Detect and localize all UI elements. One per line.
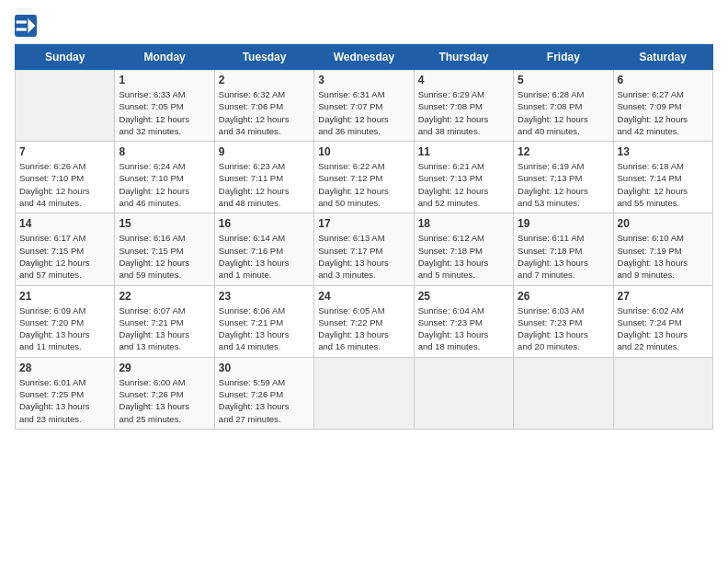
- day-detail: Sunrise: 6:23 AMSunset: 7:11 PMDaylight:…: [219, 160, 310, 209]
- day-detail: Sunrise: 5:59 AMSunset: 7:26 PMDaylight:…: [219, 376, 310, 425]
- day-cell: 12Sunrise: 6:19 AMSunset: 7:13 PMDayligh…: [514, 142, 613, 213]
- day-number: 14: [19, 217, 110, 230]
- day-cell: 9Sunrise: 6:23 AMSunset: 7:11 PMDaylight…: [214, 142, 313, 213]
- day-cell: [16, 70, 115, 142]
- day-number: 30: [219, 362, 310, 374]
- week-row-4: 21Sunrise: 6:09 AMSunset: 7:20 PMDayligh…: [16, 285, 713, 357]
- day-cell: 22Sunrise: 6:07 AMSunset: 7:21 PMDayligh…: [115, 285, 214, 357]
- day-number: 2: [219, 74, 310, 86]
- day-cell: 24Sunrise: 6:05 AMSunset: 7:22 PMDayligh…: [314, 285, 414, 357]
- day-number: 27: [618, 290, 709, 303]
- day-detail: Sunrise: 6:05 AMSunset: 7:22 PMDaylight:…: [318, 304, 409, 353]
- week-row-2: 7Sunrise: 6:26 AMSunset: 7:10 PMDaylight…: [16, 142, 713, 213]
- day-detail: Sunrise: 6:27 AMSunset: 7:09 PMDaylight:…: [618, 88, 709, 137]
- day-cell: [414, 357, 513, 429]
- day-number: 18: [418, 217, 509, 230]
- day-detail: Sunrise: 6:04 AMSunset: 7:23 PMDaylight:…: [418, 304, 509, 353]
- day-detail: Sunrise: 6:24 AMSunset: 7:10 PMDaylight:…: [119, 160, 210, 209]
- day-cell: 2Sunrise: 6:32 AMSunset: 7:06 PMDaylight…: [214, 70, 313, 142]
- day-number: 23: [219, 290, 310, 303]
- day-number: 3: [318, 74, 409, 86]
- header-thursday: Thursday: [414, 45, 513, 70]
- day-cell: 5Sunrise: 6:28 AMSunset: 7:08 PMDaylight…: [514, 70, 613, 142]
- day-number: 24: [318, 290, 409, 303]
- day-number: 25: [418, 290, 509, 303]
- day-cell: 3Sunrise: 6:31 AMSunset: 7:07 PMDaylight…: [314, 70, 414, 142]
- header-sunday: Sunday: [16, 45, 115, 70]
- day-detail: Sunrise: 6:13 AMSunset: 7:17 PMDaylight:…: [318, 232, 409, 281]
- day-number: 17: [318, 217, 409, 230]
- header-friday: Friday: [514, 45, 613, 70]
- day-number: 15: [119, 217, 210, 230]
- day-cell: 19Sunrise: 6:11 AMSunset: 7:18 PMDayligh…: [514, 213, 613, 285]
- day-cell: 14Sunrise: 6:17 AMSunset: 7:15 PMDayligh…: [16, 213, 115, 285]
- day-detail: Sunrise: 6:26 AMSunset: 7:10 PMDaylight:…: [19, 160, 110, 209]
- week-row-3: 14Sunrise: 6:17 AMSunset: 7:15 PMDayligh…: [16, 213, 713, 285]
- day-cell: 30Sunrise: 5:59 AMSunset: 7:26 PMDayligh…: [214, 357, 313, 429]
- header: [15, 15, 713, 37]
- day-number: 16: [219, 217, 310, 230]
- day-number: 21: [19, 290, 110, 303]
- day-cell: 16Sunrise: 6:14 AMSunset: 7:16 PMDayligh…: [214, 213, 313, 285]
- day-number: 8: [119, 145, 210, 158]
- day-cell: 10Sunrise: 6:22 AMSunset: 7:12 PMDayligh…: [314, 142, 414, 213]
- day-detail: Sunrise: 6:33 AMSunset: 7:05 PMDaylight:…: [119, 88, 210, 137]
- day-detail: Sunrise: 6:03 AMSunset: 7:23 PMDaylight:…: [518, 304, 609, 353]
- day-cell: 28Sunrise: 6:01 AMSunset: 7:25 PMDayligh…: [16, 357, 115, 429]
- day-cell: 6Sunrise: 6:27 AMSunset: 7:09 PMDaylight…: [613, 70, 712, 142]
- day-detail: Sunrise: 6:17 AMSunset: 7:15 PMDaylight:…: [19, 232, 110, 281]
- day-cell: 25Sunrise: 6:04 AMSunset: 7:23 PMDayligh…: [414, 285, 513, 357]
- day-number: 5: [518, 74, 609, 86]
- day-number: 19: [518, 217, 609, 230]
- day-detail: Sunrise: 6:28 AMSunset: 7:08 PMDaylight:…: [518, 88, 609, 137]
- day-number: 29: [119, 362, 210, 374]
- logo-icon: [15, 15, 37, 37]
- day-number: 4: [418, 74, 509, 86]
- day-detail: Sunrise: 6:18 AMSunset: 7:14 PMDaylight:…: [618, 160, 709, 209]
- day-detail: Sunrise: 6:00 AMSunset: 7:26 PMDaylight:…: [119, 376, 210, 425]
- day-cell: 13Sunrise: 6:18 AMSunset: 7:14 PMDayligh…: [613, 142, 712, 213]
- day-detail: Sunrise: 6:29 AMSunset: 7:08 PMDaylight:…: [418, 88, 509, 137]
- day-detail: Sunrise: 6:22 AMSunset: 7:12 PMDaylight:…: [318, 160, 409, 209]
- day-number: 13: [618, 145, 709, 158]
- svg-rect-3: [17, 28, 27, 30]
- day-cell: [314, 357, 414, 429]
- day-number: 12: [518, 145, 609, 158]
- day-detail: Sunrise: 6:16 AMSunset: 7:15 PMDaylight:…: [119, 232, 210, 281]
- day-cell: 29Sunrise: 6:00 AMSunset: 7:26 PMDayligh…: [115, 357, 214, 429]
- header-tuesday: Tuesday: [214, 45, 313, 70]
- day-cell: 7Sunrise: 6:26 AMSunset: 7:10 PMDaylight…: [16, 142, 115, 213]
- day-detail: Sunrise: 6:07 AMSunset: 7:21 PMDaylight:…: [119, 304, 210, 353]
- day-number: 10: [318, 145, 409, 158]
- week-row-5: 28Sunrise: 6:01 AMSunset: 7:25 PMDayligh…: [16, 357, 713, 429]
- day-number: 20: [618, 217, 709, 230]
- day-number: 9: [219, 145, 310, 158]
- day-cell: 27Sunrise: 6:02 AMSunset: 7:24 PMDayligh…: [613, 285, 712, 357]
- day-detail: Sunrise: 6:02 AMSunset: 7:24 PMDaylight:…: [618, 304, 709, 353]
- day-cell: 15Sunrise: 6:16 AMSunset: 7:15 PMDayligh…: [115, 213, 214, 285]
- day-detail: Sunrise: 6:31 AMSunset: 7:07 PMDaylight:…: [318, 88, 409, 137]
- calendar-header-row: SundayMondayTuesdayWednesdayThursdayFrid…: [16, 45, 713, 70]
- day-cell: 21Sunrise: 6:09 AMSunset: 7:20 PMDayligh…: [16, 285, 115, 357]
- day-cell: [514, 357, 613, 429]
- day-detail: Sunrise: 6:14 AMSunset: 7:16 PMDaylight:…: [219, 232, 310, 281]
- svg-rect-2: [17, 20, 27, 23]
- header-monday: Monday: [115, 45, 214, 70]
- day-cell: [613, 357, 712, 429]
- day-cell: 26Sunrise: 6:03 AMSunset: 7:23 PMDayligh…: [514, 285, 613, 357]
- day-detail: Sunrise: 6:21 AMSunset: 7:13 PMDaylight:…: [418, 160, 509, 209]
- logo: [15, 15, 40, 37]
- day-number: 6: [618, 74, 709, 86]
- day-cell: 18Sunrise: 6:12 AMSunset: 7:18 PMDayligh…: [414, 213, 513, 285]
- day-detail: Sunrise: 6:09 AMSunset: 7:20 PMDaylight:…: [19, 304, 110, 353]
- day-cell: 1Sunrise: 6:33 AMSunset: 7:05 PMDaylight…: [115, 70, 214, 142]
- day-number: 28: [19, 362, 110, 374]
- header-saturday: Saturday: [613, 45, 712, 70]
- day-detail: Sunrise: 6:11 AMSunset: 7:18 PMDaylight:…: [518, 232, 609, 281]
- day-number: 26: [518, 290, 609, 303]
- day-cell: 17Sunrise: 6:13 AMSunset: 7:17 PMDayligh…: [314, 213, 414, 285]
- day-detail: Sunrise: 6:19 AMSunset: 7:13 PMDaylight:…: [518, 160, 609, 209]
- header-wednesday: Wednesday: [314, 45, 414, 70]
- day-cell: 8Sunrise: 6:24 AMSunset: 7:10 PMDaylight…: [115, 142, 214, 213]
- calendar-table: SundayMondayTuesdayWednesdayThursdayFrid…: [15, 44, 713, 430]
